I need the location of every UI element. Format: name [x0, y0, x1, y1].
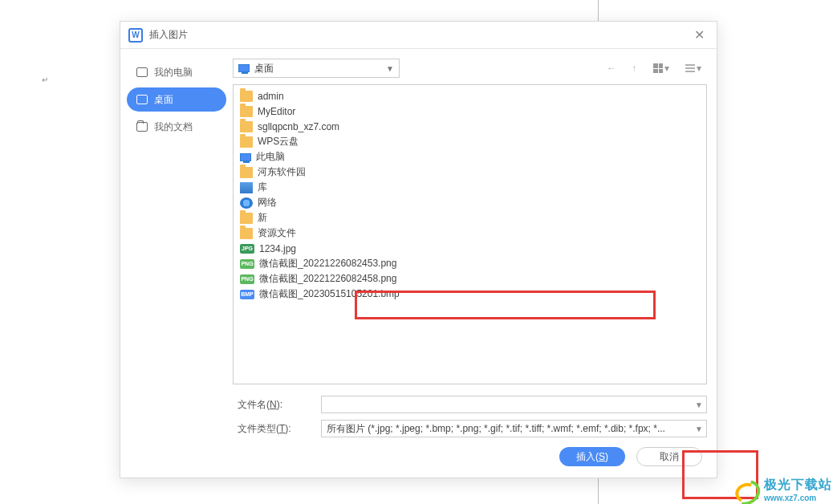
back-button[interactable]: ← [603, 59, 620, 77]
file-name: 网络 [258, 196, 277, 209]
file-name: WPS云盘 [258, 135, 299, 148]
file-name: 资源文件 [258, 226, 296, 240]
dialog-title: 插入图片 [149, 28, 688, 42]
file-name: 此电脑 [256, 150, 285, 164]
file-row[interactable]: 此电脑 [238, 149, 701, 165]
chevron-down-icon: ▾ [664, 63, 669, 74]
sidebar-item-label: 我的电脑 [154, 66, 193, 79]
file-name: 微信截图_20230515105201.bmp [259, 287, 400, 301]
watermark: 极光下载站 www.xz7.com [732, 477, 832, 502]
file-row[interactable]: 资源文件 [238, 226, 701, 241]
view-options-button[interactable]: ▾ [648, 59, 675, 77]
sidebar-item-my-computer[interactable]: 我的电脑 [127, 60, 226, 84]
file-row[interactable]: 库 [238, 180, 701, 195]
watermark-text: 极光下载站 [764, 477, 832, 494]
path-label: 桌面 [254, 62, 274, 75]
monitor-icon [136, 67, 148, 77]
folder-icon [136, 122, 148, 132]
toolbar: 桌面 ▼ ← ↑ ▾ ▾ [233, 57, 707, 79]
grid-icon [653, 63, 663, 73]
dialog-body: 我的电脑 桌面 我的文档 桌面 ▼ ← ↑ [120, 49, 717, 478]
list-icon [685, 63, 695, 73]
file-name: 河东软件园 [258, 165, 306, 179]
path-dropdown[interactable]: 桌面 ▼ [233, 59, 400, 78]
chevron-down-icon: ▼ [695, 425, 703, 433]
file-row[interactable]: MyEditor [238, 104, 701, 119]
sidebar-item-desktop[interactable]: 桌面 [127, 87, 226, 112]
list-options-button[interactable]: ▾ [680, 59, 707, 77]
file-name: 微信截图_20221226082458.png [259, 272, 396, 286]
file-row[interactable]: JPG1234.jpg [238, 241, 701, 256]
file-row[interactable]: 网络 [238, 195, 701, 210]
file-name: 新 [258, 211, 267, 225]
jpg-icon: JPG [240, 244, 254, 254]
file-row[interactable]: PNG微信截图_20221226082453.png [238, 256, 701, 271]
button-row: 插入(S) 取消 [233, 439, 707, 469]
file-name: 1234.jpg [259, 243, 296, 254]
file-row[interactable]: BMP微信截图_20230515105201.bmp [238, 287, 701, 302]
filetype-value: 所有图片 (*.jpg; *.jpeg; *.bmp; *.png; *.gif… [327, 422, 665, 436]
png-icon: PNG [240, 274, 254, 284]
sidebar-item-documents[interactable]: 我的文档 [127, 115, 226, 139]
folder-icon [240, 213, 253, 224]
folder-icon [240, 167, 253, 178]
dialog-titlebar: W 插入图片 ✕ [120, 22, 717, 49]
monitor-icon [136, 95, 148, 104]
paragraph-mark: ↵ [42, 75, 48, 84]
folder-icon [240, 228, 253, 239]
folder-icon [240, 106, 253, 117]
file-list[interactable]: adminMyEditorsgllqpcnb_xz7.comWPS云盘此电脑河东… [233, 84, 707, 384]
filetype-select[interactable]: 所有图片 (*.jpg; *.jpeg; *.bmp; *.png; *.gif… [321, 420, 707, 437]
filetype-row: 文件类型(T): 所有图片 (*.jpg; *.jpeg; *.bmp; *.p… [233, 418, 707, 439]
desktop-icon [238, 64, 250, 72]
computer-icon [240, 153, 251, 161]
file-row[interactable]: admin [238, 88, 701, 104]
file-row[interactable]: sgllqpcnb_xz7.com [238, 119, 701, 134]
filetype-label: 文件类型(T): [233, 422, 321, 436]
file-name: MyEditor [258, 106, 295, 117]
close-button[interactable]: ✕ [688, 24, 710, 47]
png-icon: PNG [240, 259, 254, 269]
filename-row: 文件名(N): ▼ [233, 394, 707, 415]
file-name: 微信截图_20221226082453.png [259, 257, 396, 270]
folder-icon [240, 91, 253, 102]
chevron-down-icon: ▾ [697, 63, 701, 74]
library-icon [240, 182, 253, 193]
chevron-down-icon: ▼ [386, 64, 394, 73]
file-name: admin [258, 91, 284, 102]
bmp-icon: BMP [240, 290, 254, 299]
cancel-button[interactable]: 取消 [636, 447, 702, 466]
file-row[interactable]: PNG微信截图_20221226082458.png [238, 271, 701, 287]
filename-label: 文件名(N): [233, 398, 321, 412]
wps-app-icon: W [128, 28, 143, 43]
up-button[interactable]: ↑ [625, 59, 643, 77]
file-row[interactable]: WPS云盘 [238, 134, 701, 149]
folder-icon [240, 121, 253, 132]
network-icon [240, 197, 253, 209]
insert-button[interactable]: 插入(S) [559, 447, 625, 466]
chevron-down-icon: ▼ [695, 400, 703, 409]
watermark-url: www.xz7.com [764, 494, 832, 502]
main-panel: 桌面 ▼ ← ↑ ▾ ▾ adminMyEditorsgllqpcnb_xz7.… [233, 49, 717, 478]
filename-input[interactable]: ▼ [321, 396, 707, 413]
file-row[interactable]: 新 [238, 210, 701, 226]
insert-image-dialog: W 插入图片 ✕ 我的电脑 桌面 我的文档 桌面 ▼ [120, 21, 717, 478]
sidebar-item-label: 我的文档 [154, 120, 193, 134]
file-name: sgllqpcnb_xz7.com [258, 121, 339, 132]
form-area: 文件名(N): ▼ 文件类型(T): 所有图片 (*.jpg; *.jpeg; … [233, 384, 707, 469]
file-name: 库 [258, 181, 267, 194]
location-sidebar: 我的电脑 桌面 我的文档 [120, 49, 233, 478]
watermark-logo-icon [732, 478, 759, 501]
file-row[interactable]: 河东软件园 [238, 165, 701, 180]
sidebar-item-label: 桌面 [154, 93, 173, 107]
folder-icon [240, 136, 253, 148]
